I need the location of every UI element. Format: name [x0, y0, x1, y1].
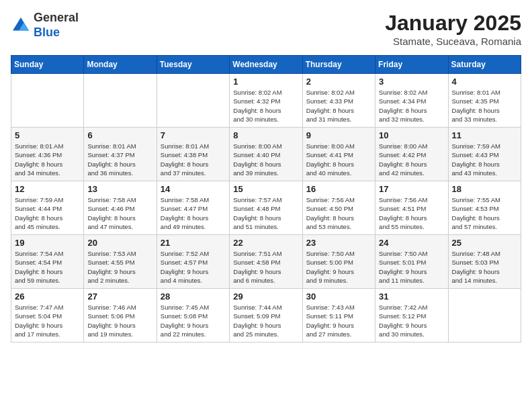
day-info: Sunrise: 7:43 AM Sunset: 5:11 PM Dayligh… [306, 303, 371, 338]
day-info: Sunrise: 7:47 AM Sunset: 5:04 PM Dayligh… [15, 303, 80, 338]
header-cell-wednesday: Wednesday [230, 56, 302, 74]
day-info: Sunrise: 7:56 AM Sunset: 4:50 PM Dayligh… [306, 195, 371, 231]
header-cell-tuesday: Tuesday [157, 56, 229, 74]
day-number: 28 [161, 291, 226, 302]
day-number: 15 [233, 184, 298, 194]
day-number: 3 [379, 77, 444, 87]
day-info: Sunrise: 7:58 AM Sunset: 4:47 PM Dayligh… [161, 195, 226, 231]
day-info: Sunrise: 7:59 AM Sunset: 4:43 PM Dayligh… [452, 142, 517, 177]
calendar-cell: 5Sunrise: 8:01 AM Sunset: 4:36 PM Daylig… [11, 128, 84, 181]
logo-icon [11, 15, 31, 36]
day-number: 4 [452, 77, 517, 87]
calendar-cell: 7Sunrise: 8:01 AM Sunset: 4:38 PM Daylig… [157, 128, 229, 181]
calendar-cell [448, 289, 521, 342]
calendar-cell: 2Sunrise: 8:02 AM Sunset: 4:33 PM Daylig… [302, 74, 375, 128]
week-row-1: 1Sunrise: 8:02 AM Sunset: 4:32 PM Daylig… [11, 74, 521, 128]
calendar-cell: 23Sunrise: 7:50 AM Sunset: 5:00 PM Dayli… [302, 235, 375, 289]
day-number: 1 [233, 77, 298, 87]
day-info: Sunrise: 7:45 AM Sunset: 5:08 PM Dayligh… [161, 303, 226, 338]
day-number: 31 [379, 291, 444, 302]
day-number: 24 [379, 238, 444, 248]
day-number: 13 [87, 184, 152, 194]
header-cell-friday: Friday [375, 56, 448, 74]
calendar-cell: 13Sunrise: 7:58 AM Sunset: 4:46 PM Dayli… [84, 181, 157, 235]
calendar-cell: 24Sunrise: 7:50 AM Sunset: 5:01 PM Dayli… [375, 235, 448, 289]
day-info: Sunrise: 8:02 AM Sunset: 4:32 PM Dayligh… [233, 88, 298, 124]
day-info: Sunrise: 8:01 AM Sunset: 4:36 PM Dayligh… [15, 142, 80, 177]
day-info: Sunrise: 7:56 AM Sunset: 4:51 PM Dayligh… [379, 195, 444, 231]
calendar-cell: 14Sunrise: 7:58 AM Sunset: 4:47 PM Dayli… [157, 181, 229, 235]
day-number: 2 [306, 77, 371, 87]
day-info: Sunrise: 8:02 AM Sunset: 4:34 PM Dayligh… [379, 88, 444, 124]
day-number: 8 [233, 130, 298, 140]
week-row-3: 12Sunrise: 7:59 AM Sunset: 4:44 PM Dayli… [11, 181, 521, 235]
day-number: 26 [15, 291, 80, 302]
day-info: Sunrise: 8:01 AM Sunset: 4:35 PM Dayligh… [452, 88, 517, 124]
header-row: SundayMondayTuesdayWednesdayThursdayFrid… [11, 56, 521, 74]
calendar-body: 1Sunrise: 8:02 AM Sunset: 4:32 PM Daylig… [11, 74, 521, 342]
day-info: Sunrise: 7:51 AM Sunset: 4:58 PM Dayligh… [233, 249, 298, 285]
calendar-cell [84, 74, 157, 128]
logo-text: General Blue [34, 11, 79, 40]
day-info: Sunrise: 7:54 AM Sunset: 4:54 PM Dayligh… [15, 249, 80, 285]
calendar-cell: 9Sunrise: 8:00 AM Sunset: 4:41 PM Daylig… [302, 128, 375, 181]
day-info: Sunrise: 8:00 AM Sunset: 4:41 PM Dayligh… [306, 142, 371, 177]
week-row-2: 5Sunrise: 8:01 AM Sunset: 4:36 PM Daylig… [11, 128, 521, 181]
calendar-cell: 12Sunrise: 7:59 AM Sunset: 4:44 PM Dayli… [11, 181, 84, 235]
calendar-cell: 15Sunrise: 7:57 AM Sunset: 4:48 PM Dayli… [230, 181, 302, 235]
calendar-cell [11, 74, 84, 128]
day-number: 7 [161, 130, 226, 140]
calendar-cell: 31Sunrise: 7:42 AM Sunset: 5:12 PM Dayli… [375, 289, 448, 342]
week-row-5: 26Sunrise: 7:47 AM Sunset: 5:04 PM Dayli… [11, 289, 521, 342]
day-info: Sunrise: 7:50 AM Sunset: 5:01 PM Dayligh… [379, 249, 444, 285]
header-cell-saturday: Saturday [448, 56, 521, 74]
calendar-cell: 10Sunrise: 8:00 AM Sunset: 4:42 PM Dayli… [375, 128, 448, 181]
calendar-cell: 26Sunrise: 7:47 AM Sunset: 5:04 PM Dayli… [11, 289, 84, 342]
day-number: 22 [233, 238, 298, 248]
logo-general: General [34, 11, 79, 24]
day-info: Sunrise: 7:50 AM Sunset: 5:00 PM Dayligh… [306, 249, 371, 285]
day-info: Sunrise: 7:44 AM Sunset: 5:09 PM Dayligh… [233, 303, 298, 338]
logo: General Blue [11, 11, 79, 40]
calendar-cell: 28Sunrise: 7:45 AM Sunset: 5:08 PM Dayli… [157, 289, 229, 342]
calendar-cell: 17Sunrise: 7:56 AM Sunset: 4:51 PM Dayli… [375, 181, 448, 235]
day-number: 6 [87, 130, 152, 140]
day-info: Sunrise: 8:01 AM Sunset: 4:37 PM Dayligh… [87, 142, 152, 177]
day-info: Sunrise: 7:46 AM Sunset: 5:06 PM Dayligh… [87, 303, 152, 338]
day-info: Sunrise: 7:59 AM Sunset: 4:44 PM Dayligh… [15, 195, 80, 231]
day-number: 17 [379, 184, 444, 194]
location: Stamate, Suceava, Romania [385, 36, 521, 47]
calendar-cell: 6Sunrise: 8:01 AM Sunset: 4:37 PM Daylig… [84, 128, 157, 181]
day-info: Sunrise: 8:01 AM Sunset: 4:38 PM Dayligh… [161, 142, 226, 177]
day-info: Sunrise: 7:42 AM Sunset: 5:12 PM Dayligh… [379, 303, 444, 338]
calendar-cell: 25Sunrise: 7:48 AM Sunset: 5:03 PM Dayli… [448, 235, 521, 289]
day-info: Sunrise: 8:00 AM Sunset: 4:40 PM Dayligh… [233, 142, 298, 177]
day-number: 16 [306, 184, 371, 194]
page-header: General Blue January 2025 Stamate, Sucea… [11, 11, 521, 47]
day-number: 23 [306, 238, 371, 248]
header-cell-monday: Monday [84, 56, 157, 74]
calendar-cell: 16Sunrise: 7:56 AM Sunset: 4:50 PM Dayli… [302, 181, 375, 235]
title-block: January 2025 Stamate, Suceava, Romania [385, 11, 521, 47]
day-number: 25 [452, 238, 517, 248]
day-info: Sunrise: 7:55 AM Sunset: 4:53 PM Dayligh… [452, 195, 517, 231]
day-info: Sunrise: 7:52 AM Sunset: 4:57 PM Dayligh… [161, 249, 226, 285]
calendar-table: SundayMondayTuesdayWednesdayThursdayFrid… [11, 55, 521, 342]
day-info: Sunrise: 8:02 AM Sunset: 4:33 PM Dayligh… [306, 88, 371, 124]
week-row-4: 19Sunrise: 7:54 AM Sunset: 4:54 PM Dayli… [11, 235, 521, 289]
calendar-cell: 11Sunrise: 7:59 AM Sunset: 4:43 PM Dayli… [448, 128, 521, 181]
calendar-cell: 27Sunrise: 7:46 AM Sunset: 5:06 PM Dayli… [84, 289, 157, 342]
day-number: 9 [306, 130, 371, 140]
day-number: 18 [452, 184, 517, 194]
calendar-cell: 29Sunrise: 7:44 AM Sunset: 5:09 PM Dayli… [230, 289, 302, 342]
day-info: Sunrise: 7:58 AM Sunset: 4:46 PM Dayligh… [87, 195, 152, 231]
calendar-cell: 20Sunrise: 7:53 AM Sunset: 4:55 PM Dayli… [84, 235, 157, 289]
day-number: 30 [306, 291, 371, 302]
day-info: Sunrise: 7:48 AM Sunset: 5:03 PM Dayligh… [452, 249, 517, 285]
day-info: Sunrise: 7:57 AM Sunset: 4:48 PM Dayligh… [233, 195, 298, 231]
day-number: 19 [15, 238, 80, 248]
day-number: 20 [87, 238, 152, 248]
calendar-cell [157, 74, 229, 128]
day-info: Sunrise: 8:00 AM Sunset: 4:42 PM Dayligh… [379, 142, 444, 177]
day-number: 12 [15, 184, 80, 194]
